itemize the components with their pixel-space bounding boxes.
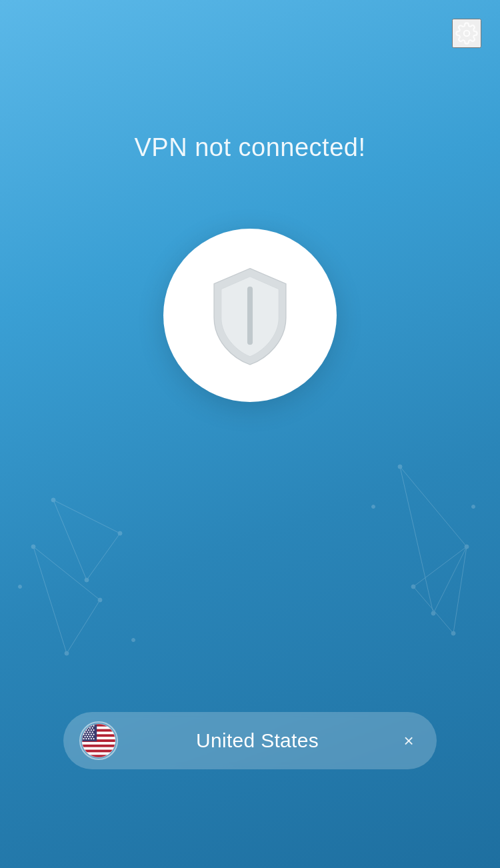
settings-button[interactable]: [452, 19, 481, 48]
svg-point-47: [83, 729, 85, 731]
svg-point-15: [451, 631, 455, 635]
country-selector[interactable]: United States ×: [63, 712, 437, 769]
svg-point-13: [465, 545, 469, 549]
svg-line-6: [413, 547, 467, 587]
svg-rect-34: [82, 742, 115, 745]
svg-line-10: [87, 533, 120, 580]
svg-point-16: [411, 585, 415, 589]
svg-line-2: [400, 467, 433, 613]
svg-point-59: [91, 734, 92, 735]
svg-point-26: [132, 639, 135, 642]
svg-rect-28: [247, 286, 253, 345]
svg-rect-35: [82, 747, 115, 750]
svg-point-38: [83, 725, 85, 727]
svg-point-65: [83, 738, 85, 739]
svg-line-1: [433, 547, 467, 613]
svg-point-67: [88, 738, 89, 739]
svg-line-11: [53, 500, 87, 580]
svg-point-39: [85, 725, 87, 727]
svg-point-53: [87, 731, 88, 733]
svg-point-50: [91, 729, 92, 731]
svg-point-12: [398, 465, 402, 469]
svg-point-24: [472, 505, 475, 509]
close-country-button[interactable]: ×: [397, 729, 421, 753]
svg-point-46: [92, 727, 93, 729]
status-title: VPN not connected!: [135, 133, 366, 162]
svg-point-19: [65, 651, 69, 655]
svg-point-49: [88, 729, 89, 731]
svg-point-63: [89, 736, 91, 737]
svg-point-23: [372, 505, 375, 509]
svg-point-68: [91, 738, 92, 739]
svg-point-62: [87, 736, 88, 737]
svg-point-27: [464, 31, 470, 37]
country-flag: [79, 721, 118, 760]
svg-point-21: [118, 531, 122, 535]
svg-point-14: [431, 611, 435, 615]
svg-point-45: [89, 727, 91, 729]
svg-point-60: [93, 734, 94, 735]
svg-point-51: [93, 729, 94, 731]
svg-point-64: [92, 736, 93, 737]
svg-line-7: [413, 587, 453, 633]
svg-line-9: [53, 500, 120, 533]
svg-point-17: [31, 545, 35, 549]
svg-point-18: [98, 598, 102, 602]
svg-line-5: [33, 547, 67, 653]
svg-point-66: [85, 738, 87, 739]
svg-point-22: [85, 578, 89, 582]
svg-point-43: [84, 727, 85, 729]
svg-point-58: [88, 734, 89, 735]
svg-line-4: [67, 600, 100, 653]
svg-line-0: [400, 467, 467, 547]
svg-point-25: [19, 585, 22, 589]
connect-button[interactable]: [163, 229, 337, 402]
app-container: VPN not connected!: [0, 0, 500, 868]
svg-line-3: [33, 547, 100, 600]
country-name: United States: [118, 729, 397, 752]
svg-point-20: [51, 498, 55, 502]
svg-point-57: [85, 734, 87, 735]
shield-icon: [203, 264, 297, 367]
svg-point-54: [89, 731, 91, 733]
svg-point-55: [92, 731, 93, 733]
svg-point-69: [93, 738, 94, 739]
svg-line-8: [453, 547, 467, 633]
gear-icon: [455, 22, 478, 45]
svg-point-61: [84, 736, 85, 737]
